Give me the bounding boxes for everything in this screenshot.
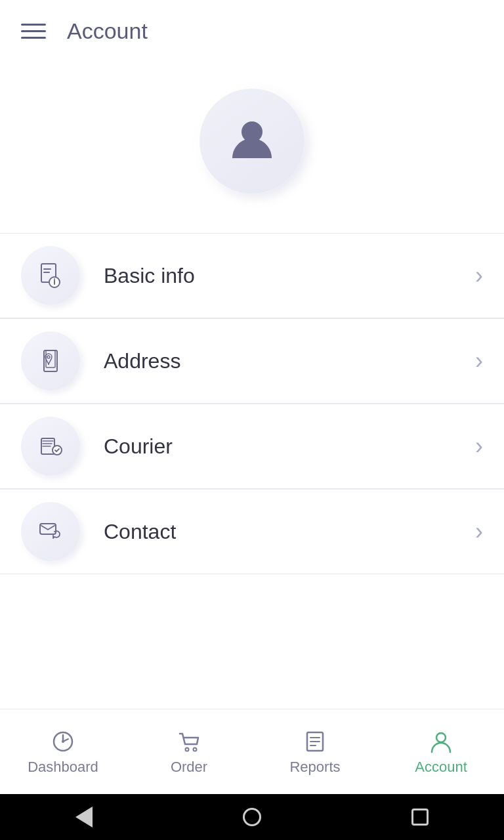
account-nav-label: Account [415,759,467,776]
reports-nav-label: Reports [289,759,340,776]
menu-item-courier[interactable]: Courier › [0,404,504,489]
account-icon [428,728,454,755]
svg-point-15 [186,747,189,751]
menu-list: Basic info › Address › Courier › [0,233,504,709]
courier-label: Courier [104,434,475,459]
address-icon-wrap [21,331,80,390]
android-back-button[interactable] [75,807,93,828]
basic-info-icon [36,261,65,290]
order-nav-label: Order [171,759,207,776]
basic-info-icon-wrap [21,246,80,305]
svg-point-14 [62,740,64,743]
contact-label: Contact [104,520,475,544]
nav-item-reports[interactable]: Reports [252,709,378,794]
android-nav-bar [0,794,504,840]
page-title: Account [67,18,148,44]
hamburger-menu-button[interactable] [21,24,46,39]
order-icon [176,728,202,755]
avatar[interactable] [200,89,304,194]
basic-info-label: Basic info [104,264,475,288]
nav-item-order[interactable]: Order [126,709,252,794]
svg-point-21 [436,733,446,742]
courier-icon-wrap [21,417,80,476]
svg-point-16 [194,747,197,751]
contact-icon [36,517,65,546]
basic-info-chevron: › [475,262,483,289]
courier-chevron: › [475,432,483,460]
svg-point-4 [54,278,55,280]
dashboard-icon [50,728,76,755]
svg-rect-8 [46,350,55,368]
contact-chevron: › [475,518,483,545]
menu-item-basic-info[interactable]: Basic info › [0,233,504,318]
svg-point-9 [47,356,50,358]
android-home-button[interactable] [243,808,261,826]
bottom-navigation: Dashboard Order Reports Account [0,709,504,794]
nav-item-dashboard[interactable]: Dashboard [0,709,126,794]
contact-icon-wrap [21,502,80,561]
reports-icon [302,728,328,755]
address-icon [36,346,65,375]
menu-item-contact[interactable]: Contact › [0,489,504,574]
android-recents-button[interactable] [411,808,429,826]
address-chevron: › [475,347,483,375]
dashboard-nav-label: Dashboard [28,759,98,776]
address-label: Address [104,349,475,373]
nav-item-account[interactable]: Account [378,709,504,794]
header: Account [0,0,504,62]
menu-item-address[interactable]: Address › [0,318,504,404]
avatar-section [0,62,504,233]
user-avatar-icon [226,114,278,169]
courier-icon [36,432,65,461]
